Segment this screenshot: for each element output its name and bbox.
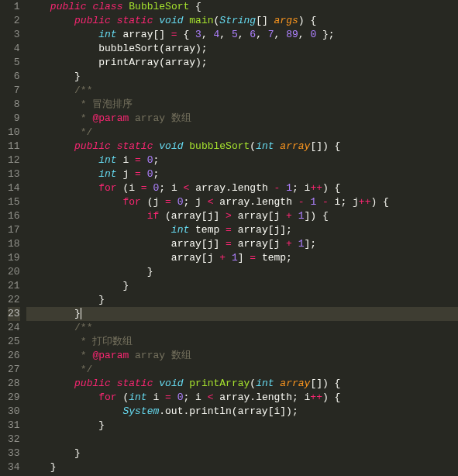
code-line[interactable]: [26, 433, 458, 447]
line-number: 9: [8, 112, 20, 126]
code-token: /**: [74, 322, 92, 333]
code-line[interactable]: for (int i = 0; i < array.length; i++) {: [26, 391, 458, 405]
code-token: [26, 405, 123, 417]
code-token: [26, 15, 74, 26]
code-line[interactable]: * @param array 数组: [26, 349, 458, 363]
code-line[interactable]: }: [26, 307, 458, 321]
code-token: }: [26, 461, 57, 473]
code-token: =: [135, 168, 141, 180]
code-line[interactable]: for (i = 0; i < array.length - 1; i++) {: [26, 181, 458, 195]
code-token: /**: [74, 85, 92, 96]
code-token: int: [129, 391, 146, 403]
code-token: =: [141, 182, 147, 194]
code-token: */: [26, 126, 93, 138]
code-line[interactable]: }: [26, 447, 458, 460]
line-number: 22: [8, 293, 20, 307]
code-line[interactable]: }: [26, 70, 458, 84]
line-number: 26: [8, 349, 20, 363]
code-line[interactable]: * 打印数组: [26, 335, 458, 349]
code-token: int: [256, 378, 274, 389]
code-line[interactable]: * @param array 数组: [26, 112, 458, 126]
code-token: if: [147, 210, 160, 222]
code-line[interactable]: * 冒泡排序: [26, 98, 458, 112]
code-token: [316, 196, 322, 208]
line-number: 24: [8, 321, 20, 335]
line-number: 1: [8, 0, 20, 14]
line-number: 29: [8, 391, 20, 405]
code-token: []) {: [310, 378, 340, 389]
code-token: 5: [232, 29, 238, 40]
code-token: 89: [286, 29, 298, 40]
code-token: [141, 168, 147, 180]
code-token: -: [298, 196, 305, 208]
code-token: [129, 112, 135, 124]
code-token: public: [74, 140, 111, 152]
line-number: 14: [8, 181, 20, 195]
code-line[interactable]: array[j + 1] = temp;: [26, 251, 458, 265]
code-token: array[j: [26, 252, 220, 264]
code-token: 1: [298, 210, 305, 222]
code-line[interactable]: }: [26, 293, 458, 307]
code-token: [26, 154, 99, 166]
code-line[interactable]: int i = 0;: [26, 153, 458, 167]
code-token: ]) {: [305, 210, 329, 222]
code-line[interactable]: public static void main(String[] args) {: [26, 14, 458, 28]
code-token: };: [316, 29, 334, 40]
code-token: int: [98, 168, 116, 180]
code-token: <: [208, 391, 214, 403]
code-token: >: [226, 210, 232, 222]
code-token: main: [189, 15, 213, 26]
code-line[interactable]: }: [26, 279, 458, 293]
code-line[interactable]: array[j] = array[j + 1];: [26, 237, 458, 251]
code-area[interactable]: public class BubbleSort { public static …: [26, 0, 458, 474]
line-number: 17: [8, 223, 20, 237]
code-line[interactable]: printArray(array);: [26, 56, 458, 70]
code-line[interactable]: int array[] = { 3, 4, 5, 6, 7, 89, 0 };: [26, 28, 458, 42]
code-token: void: [159, 140, 183, 152]
code-token: ,: [238, 29, 250, 40]
code-token: +: [286, 210, 292, 222]
code-token: 3: [195, 29, 201, 40]
code-token: }: [26, 447, 81, 459]
code-token: [26, 168, 99, 180]
code-line[interactable]: public static void bubbleSort(int array[…: [26, 140, 458, 153]
code-line[interactable]: public class BubbleSort {: [26, 0, 458, 14]
code-line[interactable]: int j = 0;: [26, 167, 458, 181]
code-token: [280, 182, 286, 194]
code-token: ; i: [159, 182, 183, 194]
code-line[interactable]: int temp = array[j];: [26, 223, 458, 237]
code-line[interactable]: bubbleSort(array);: [26, 42, 458, 56]
code-token: [26, 29, 99, 40]
code-line[interactable]: /**: [26, 84, 458, 98]
code-token: *: [26, 350, 93, 361]
code-line[interactable]: public static void printArray(int array[…: [26, 377, 458, 391]
code-token: ;: [153, 154, 159, 166]
line-number: 28: [8, 377, 20, 391]
line-number: 19: [8, 251, 20, 265]
code-editor[interactable]: 1234567891011121314151617181920212223242…: [0, 0, 458, 474]
code-token: [26, 378, 74, 389]
code-token: [26, 196, 123, 208]
code-line[interactable]: System.out.println(array[i]);: [26, 405, 458, 419]
code-line[interactable]: }: [26, 419, 458, 433]
code-line[interactable]: }: [26, 265, 458, 279]
code-line[interactable]: */: [26, 126, 458, 140]
line-number: 33: [8, 447, 20, 460]
code-line[interactable]: for (j = 0; j < array.length - 1 - i; j+…: [26, 195, 458, 209]
code-token: =: [171, 29, 177, 40]
code-token: temp;: [256, 252, 292, 264]
code-token: =: [135, 154, 141, 166]
code-line[interactable]: }: [26, 460, 458, 474]
code-token: [26, 140, 74, 152]
code-line[interactable]: */: [26, 363, 458, 377]
code-token: static: [117, 378, 153, 389]
code-line[interactable]: if (array[j] > array[j + 1]) {: [26, 209, 458, 223]
code-line[interactable]: /**: [26, 321, 458, 335]
code-token: =: [226, 224, 232, 236]
code-token: printArray(array);: [26, 57, 208, 68]
line-number: 12: [8, 153, 20, 167]
code-token: System: [122, 405, 159, 417]
code-token: =: [226, 238, 232, 250]
line-number: 15: [8, 195, 20, 209]
code-token: (j: [141, 196, 165, 208]
